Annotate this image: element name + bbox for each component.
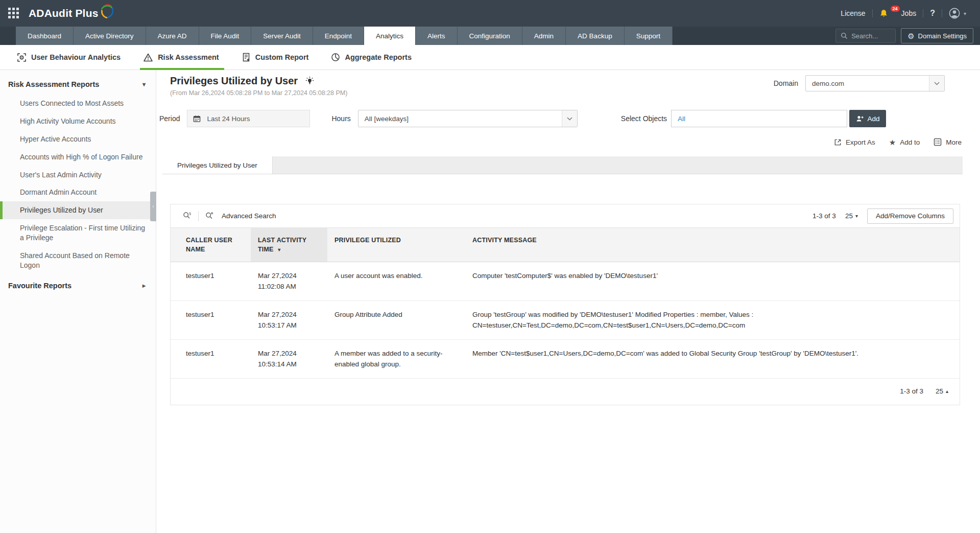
report-card: Advanced Search 1-3 of 3 25 ▾ Add/Remove… bbox=[170, 204, 960, 405]
page-size-select-top[interactable]: 25 ▾ bbox=[845, 212, 858, 220]
hours-select-value: All [weekdays] bbox=[365, 115, 409, 123]
sidebar-collapse-handle[interactable]: ‹ bbox=[150, 192, 156, 221]
domain-settings-label: Domain Settings bbox=[918, 32, 967, 40]
sidebar-item-high-activity-volume-accounts[interactable]: High Activity Volume Accounts bbox=[0, 112, 156, 130]
period-picker[interactable]: Last 24 Hours bbox=[187, 110, 310, 127]
nav-tab-analytics[interactable]: Analytics bbox=[364, 27, 416, 45]
table-row[interactable]: testuser1 Mar 27,2024 10:53:17 AM Group … bbox=[171, 301, 960, 340]
mainnav-right: ⚙ Domain Settings bbox=[835, 27, 980, 45]
sidebar-section-risk-assessment-reports[interactable]: Risk Assessment Reports ▾ bbox=[0, 74, 156, 95]
add-to-label: Add to bbox=[900, 138, 920, 146]
column-header-activity-message[interactable]: ACTIVITY MESSAGE bbox=[465, 228, 960, 262]
select-objects-input[interactable]: All bbox=[671, 110, 847, 127]
add-objects-button[interactable]: Add bbox=[849, 110, 886, 127]
insight-bulb-icon[interactable] bbox=[305, 76, 315, 86]
add-to-button[interactable]: ★ Add to bbox=[889, 138, 920, 146]
nav-tab-ad-backup[interactable]: AD Backup bbox=[566, 27, 625, 45]
select-objects-label: Select Objects bbox=[621, 114, 667, 123]
nav-tab-azure-ad[interactable]: Azure AD bbox=[146, 27, 199, 45]
page-title: Privileges Utilized by User bbox=[170, 75, 298, 87]
chevron-down-icon bbox=[929, 76, 944, 91]
more-label: More bbox=[946, 138, 962, 146]
app-logo[interactable]: ADAudit Plus bbox=[29, 6, 113, 21]
cell-last-activity-time: Mar 27,2024 11:02:08 AM bbox=[251, 262, 327, 300]
app-logo-text: ADAudit Plus bbox=[29, 6, 99, 21]
nav-tab-file-audit[interactable]: File Audit bbox=[199, 27, 252, 45]
sidebar-item-users-connected-to-most-assets[interactable]: Users Connected to Most Assets bbox=[0, 95, 156, 112]
domain-select-value: demo.com bbox=[812, 80, 844, 87]
export-as-button[interactable]: Export As bbox=[834, 138, 875, 146]
gear-icon: ⚙ bbox=[907, 32, 914, 40]
chevron-left-icon: ‹ bbox=[153, 204, 154, 209]
domain-select[interactable]: demo.com bbox=[805, 75, 945, 91]
risk-assessment-icon bbox=[143, 53, 153, 62]
nav-tab-active-directory[interactable]: Active Directory bbox=[74, 27, 146, 45]
sidebar-section-favourite-reports[interactable]: Favourite Reports ▸ bbox=[0, 274, 156, 297]
advanced-search-label[interactable]: Advanced Search bbox=[222, 212, 276, 220]
sidebar-item-users-last-admin-activity[interactable]: User's Last Admin Activity bbox=[0, 166, 156, 184]
nav-tab-support[interactable]: Support bbox=[625, 27, 673, 45]
toolbar-icons: Advanced Search bbox=[183, 211, 276, 221]
advanced-search-icon[interactable] bbox=[205, 212, 214, 220]
more-icon bbox=[934, 138, 942, 146]
calendar-icon bbox=[193, 115, 201, 123]
table-row[interactable]: testuser1 Mar 27,2024 10:53:14 AM A memb… bbox=[171, 340, 960, 379]
star-icon: ★ bbox=[889, 138, 896, 146]
table-row[interactable]: testuser1 Mar 27,2024 11:02:08 AM A user… bbox=[171, 262, 960, 301]
license-label: License bbox=[841, 9, 865, 17]
column-header-caller-user-name[interactable]: CALLER USER NAME bbox=[171, 228, 251, 262]
subnav-user-behaviour-analytics[interactable]: User Behaviour Analytics bbox=[17, 45, 121, 69]
custom-report-icon bbox=[242, 53, 251, 62]
chevron-right-icon: ▸ bbox=[142, 282, 146, 289]
notifications-bell-icon[interactable]: 24 bbox=[873, 9, 895, 18]
select-objects-value: All bbox=[678, 115, 685, 123]
filter-row: Period Last 24 Hours bbox=[159, 110, 980, 127]
pagination-range-top: 1-3 of 3 bbox=[812, 212, 836, 220]
global-search[interactable] bbox=[835, 29, 896, 43]
report-tab-privileges-utilized[interactable]: Privileges Utilized by User bbox=[162, 156, 273, 174]
subnav-risk-assessment[interactable]: Risk Assessment bbox=[143, 45, 219, 69]
sidebar-item-privileges-utilized-by-user[interactable]: Privileges Utilized by User bbox=[0, 201, 156, 219]
nav-tab-endpoint[interactable]: Endpoint bbox=[313, 27, 364, 45]
report-toolbar: Advanced Search 1-3 of 3 25 ▾ Add/Remove… bbox=[171, 204, 960, 227]
help-icon[interactable]: ? bbox=[923, 9, 942, 18]
search-input[interactable] bbox=[851, 32, 892, 40]
analytics-subnav: User Behaviour Analytics Risk Assessment… bbox=[0, 45, 980, 70]
more-button[interactable]: More bbox=[934, 138, 962, 146]
topbar-right: License 24 Jobs ? ▾ bbox=[834, 8, 973, 19]
nav-tab-admin[interactable]: Admin bbox=[522, 27, 566, 45]
domain-settings-button[interactable]: ⚙ Domain Settings bbox=[901, 28, 973, 43]
column-search-icon[interactable] bbox=[183, 212, 192, 220]
nav-tab-configuration[interactable]: Configuration bbox=[458, 27, 522, 45]
add-remove-columns-button[interactable]: Add/Remove Columns bbox=[867, 208, 953, 224]
jobs-link[interactable]: Jobs bbox=[895, 9, 923, 17]
search-icon bbox=[841, 32, 848, 39]
sidebar-item-shared-account-remote-logon[interactable]: Shared Account Based on Remote Logon bbox=[0, 247, 156, 274]
hours-select[interactable]: All [weekdays] bbox=[358, 110, 578, 127]
sidebar-item-accounts-high-logon-failure[interactable]: Accounts with High % of Logon Failure bbox=[0, 148, 156, 166]
aggregate-reports-icon bbox=[331, 53, 340, 62]
column-header-last-activity-time[interactable]: LAST ACTIVITY TIME ▾ bbox=[251, 228, 327, 262]
nav-tab-dashboard[interactable]: Dashboard bbox=[16, 27, 74, 45]
sidebar-item-dormant-admin-account[interactable]: Dormant Admin Account bbox=[0, 183, 156, 201]
subnav-aggregate-reports[interactable]: Aggregate Reports bbox=[331, 45, 412, 69]
cell-activity-message: Computer 'testComputer$' was enabled by … bbox=[465, 262, 960, 300]
nav-tab-server-audit[interactable]: Server Audit bbox=[251, 27, 313, 45]
cell-caller-user-name: testuser1 bbox=[171, 301, 251, 339]
avatar-icon bbox=[949, 8, 960, 19]
subnav-custom-report[interactable]: Custom Report bbox=[242, 45, 309, 69]
person-add-icon bbox=[856, 115, 864, 123]
column-header-privilege-utilized[interactable]: PRIVILEGE UTILIZED bbox=[327, 228, 465, 262]
report-actions: Export As ★ Add to More bbox=[156, 136, 980, 148]
license-link[interactable]: License bbox=[834, 9, 872, 17]
page-size-select-bottom[interactable]: 25 ▴ bbox=[936, 387, 948, 395]
nav-tab-alerts[interactable]: Alerts bbox=[416, 27, 458, 45]
page-body: Risk Assessment Reports ▾ Users Connecte… bbox=[0, 70, 980, 533]
apps-grid-icon[interactable] bbox=[8, 8, 19, 19]
sidebar-item-hyper-active-accounts[interactable]: Hyper Active Accounts bbox=[0, 130, 156, 148]
chevron-up-icon: ▴ bbox=[946, 388, 948, 394]
hours-label: Hours bbox=[331, 114, 350, 123]
sidebar-item-privilege-escalation[interactable]: Privilege Escalation - First time Utiliz… bbox=[0, 219, 156, 247]
chevron-down-icon: ▾ bbox=[142, 81, 146, 88]
user-avatar-menu[interactable]: ▾ bbox=[942, 8, 973, 19]
